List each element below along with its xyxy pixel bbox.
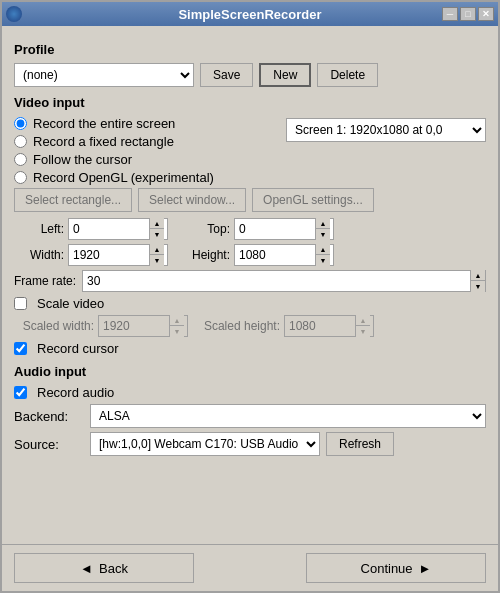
record-cursor-row: Record cursor [14,341,486,356]
width-input[interactable] [69,245,149,265]
back-icon: ◄ [80,561,93,576]
select-rectangle-button[interactable]: Select rectangle... [14,188,132,212]
scaled-height-group: Scaled height: ▲ ▼ [200,315,374,337]
window-title: SimpleScreenRecorder [178,7,321,22]
record-cursor-checkbox[interactable] [14,342,27,355]
maximize-button[interactable]: □ [460,7,476,21]
left-label: Left: [14,222,64,236]
radio-row-4: Record OpenGL (experimental) [14,170,214,185]
close-button[interactable]: ✕ [478,7,494,21]
width-down-btn[interactable]: ▼ [150,255,164,266]
top-label: Top: [180,222,230,236]
video-input-top: Record the entire screen Record a fixed … [14,116,486,188]
left-input[interactable] [69,219,149,239]
main-content: Profile (none) Save New Delete Video inp… [2,26,498,544]
record-audio-checkbox[interactable] [14,386,27,399]
profile-select[interactable]: (none) [14,63,194,87]
top-spinner: ▲ ▼ [315,218,330,240]
height-input[interactable] [235,245,315,265]
framerate-up-btn[interactable]: ▲ [471,270,485,281]
source-select[interactable]: [hw:1,0,0] Webcam C170: USB Audio [90,432,320,456]
width-up-btn[interactable]: ▲ [150,244,164,255]
continue-icon: ► [419,561,432,576]
radio-fixed-rectangle-label: Record a fixed rectangle [33,134,174,149]
scaled-width-up-btn: ▲ [170,315,184,326]
height-down-btn[interactable]: ▼ [316,255,330,266]
scale-video-checkbox[interactable] [14,297,27,310]
left-up-btn[interactable]: ▲ [150,218,164,229]
minimize-button[interactable]: ─ [442,7,458,21]
scaled-width-input-wrap: ▲ ▼ [98,315,188,337]
left-top-row: Left: ▲ ▼ Top: ▲ ▼ [14,218,486,240]
height-label: Height: [180,248,230,262]
radio-entire-screen-label: Record the entire screen [33,116,175,131]
profile-row: (none) Save New Delete [14,63,486,87]
radio-opengl[interactable] [14,171,27,184]
refresh-button[interactable]: Refresh [326,432,394,456]
backend-select[interactable]: ALSAPulseAudioJACK [90,404,486,428]
framerate-down-btn[interactable]: ▼ [471,281,485,292]
radio-row-1: Record the entire screen [14,116,214,131]
left-down-btn[interactable]: ▼ [150,229,164,240]
scaled-width-spinner: ▲ ▼ [169,315,184,337]
source-label: Source: [14,437,84,452]
delete-button[interactable]: Delete [317,63,378,87]
scaled-dimensions-row: Scaled width: ▲ ▼ Scaled height: ▲ ▼ [14,315,486,337]
back-button[interactable]: ◄ Back [14,553,194,583]
top-input-wrap: ▲ ▼ [234,218,334,240]
framerate-row: Frame rate: ▲ ▼ [14,270,486,292]
action-buttons-row: Select rectangle... Select window... Ope… [14,188,486,212]
continue-button[interactable]: Continue ► [306,553,486,583]
framerate-input-wrap: ▲ ▼ [82,270,486,292]
opengl-settings-button[interactable]: OpenGL settings... [252,188,374,212]
screen-select[interactable]: Screen 1: 1920x1080 at 0,0 [286,118,486,142]
height-field-group: Height: ▲ ▼ [180,244,334,266]
save-button[interactable]: Save [200,63,253,87]
height-up-btn[interactable]: ▲ [316,244,330,255]
record-audio-label: Record audio [37,385,114,400]
left-input-wrap: ▲ ▼ [68,218,168,240]
radio-fixed-rectangle[interactable] [14,135,27,148]
record-audio-row: Record audio [14,385,486,400]
scaled-height-label: Scaled height: [200,319,280,333]
left-field-group: Left: ▲ ▼ [14,218,168,240]
app-icon [6,6,22,22]
top-input[interactable] [235,219,315,239]
top-up-btn[interactable]: ▲ [316,218,330,229]
radio-opengl-label: Record OpenGL (experimental) [33,170,214,185]
scaled-width-group: Scaled width: ▲ ▼ [14,315,188,337]
width-input-wrap: ▲ ▼ [68,244,168,266]
scaled-height-spinner: ▲ ▼ [355,315,370,337]
left-spinner: ▲ ▼ [149,218,164,240]
height-input-wrap: ▲ ▼ [234,244,334,266]
radio-row-3: Follow the cursor [14,152,214,167]
height-spinner: ▲ ▼ [315,244,330,266]
window-controls: ─ □ ✕ [442,7,494,21]
titlebar: SimpleScreenRecorder ─ □ ✕ [2,2,498,26]
scale-video-label: Scale video [37,296,104,311]
record-cursor-label: Record cursor [37,341,119,356]
backend-row: Backend: ALSAPulseAudioJACK [14,404,486,428]
framerate-label: Frame rate: [14,274,76,288]
radio-row-2: Record a fixed rectangle [14,134,214,149]
framerate-input[interactable] [83,271,470,291]
scaled-height-input [285,316,355,336]
profile-section-label: Profile [14,42,486,57]
continue-label: Continue [361,561,413,576]
new-button[interactable]: New [259,63,311,87]
scaled-width-input [99,316,169,336]
bottom-navigation: ◄ Back Continue ► [2,544,498,591]
main-window: SimpleScreenRecorder ─ □ ✕ Profile (none… [0,0,500,593]
video-input-section-label: Video input [14,95,486,110]
framerate-spinner: ▲ ▼ [470,270,485,292]
scaled-height-up-btn: ▲ [356,315,370,326]
radio-column: Record the entire screen Record a fixed … [14,116,214,188]
radio-follow-cursor[interactable] [14,153,27,166]
radio-entire-screen[interactable] [14,117,27,130]
top-down-btn[interactable]: ▼ [316,229,330,240]
top-field-group: Top: ▲ ▼ [180,218,334,240]
width-height-row: Width: ▲ ▼ Height: ▲ ▼ [14,244,486,266]
select-window-button[interactable]: Select window... [138,188,246,212]
radio-follow-cursor-label: Follow the cursor [33,152,132,167]
width-spinner: ▲ ▼ [149,244,164,266]
